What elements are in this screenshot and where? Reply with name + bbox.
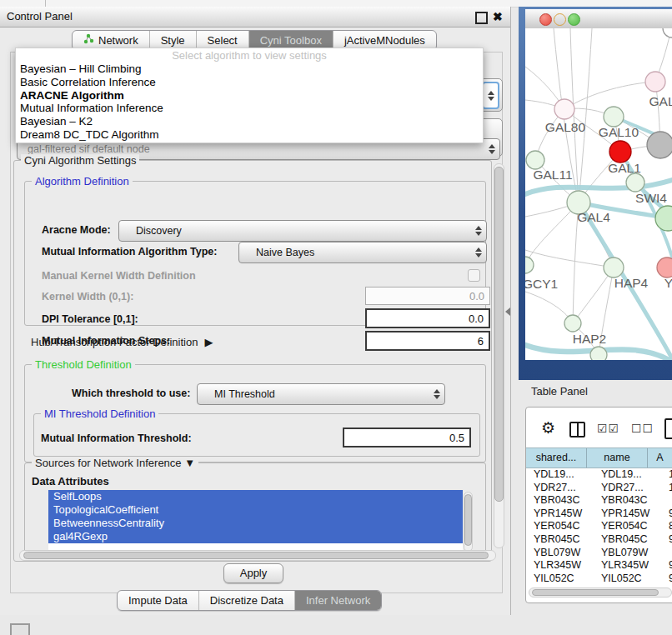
table-cell: YPR145W — [526, 508, 594, 521]
network-node-gal80[interactable] — [554, 99, 574, 119]
settings-vscrollbar[interactable] — [494, 163, 504, 548]
table-cell: YPR145W — [594, 508, 661, 521]
apply-button[interactable]: Apply — [223, 563, 283, 583]
table-cell: 9 — [661, 572, 672, 586]
node-label: GAL10 — [599, 125, 639, 139]
network-node-swi4[interactable] — [626, 173, 644, 192]
data-attributes-list[interactable]: SelfLoopsTopologicalCoefficientBetweenne… — [48, 490, 463, 552]
table-cell: 9. — [661, 559, 672, 572]
node-label: GAL11 — [533, 168, 572, 182]
mi-type-select[interactable]: Naive Bayes — [238, 242, 487, 263]
table-rows[interactable]: YDL19...YDL19...13YDR27...YDR27...12YBR0… — [526, 468, 672, 586]
dropdown-items: Bayesian – Hill ClimbingBasic Correlatio… — [16, 62, 483, 142]
table-cell: YDR27... — [594, 482, 661, 495]
node-label: GCY1 — [525, 277, 558, 291]
network-node[interactable] — [590, 347, 607, 360]
table-row[interactable]: YLR345WYLR345W9. — [526, 559, 672, 572]
aracne-mode-label: Aracne Mode: — [42, 224, 111, 236]
aracne-mode-select[interactable]: Discovery — [118, 220, 487, 242]
column-header-shared-name[interactable]: shared... — [526, 448, 587, 468]
show-columns-icon[interactable] — [569, 422, 585, 438]
zoom-traffic-light[interactable] — [568, 13, 580, 26]
settings-hscrollbar[interactable] — [19, 550, 496, 561]
table-settings-gear-icon[interactable]: ⚙ — [541, 419, 555, 438]
unselect-all-columns-icon[interactable]: ☐☐ — [631, 422, 654, 435]
mi-steps-field[interactable]: 6 — [365, 331, 490, 351]
minimize-traffic-light[interactable] — [554, 13, 566, 26]
settings-group-title: Cyni Algorithm Settings — [21, 154, 139, 167]
close-icon[interactable]: ✖ — [493, 9, 503, 24]
mi-type-label: Mutual Information Algorithm Type: — [42, 246, 217, 258]
dpi-tolerance-field[interactable]: 0.0 — [365, 308, 490, 328]
attribute-list-item[interactable]: SelfLoops — [48, 490, 463, 503]
table-header-row: shared... name A — [526, 448, 672, 468]
select-all-columns-icon[interactable]: ☑☑ — [597, 422, 619, 435]
table-cell: YDL19... — [526, 468, 594, 482]
export-table-icon[interactable] — [664, 418, 672, 439]
close-traffic-light[interactable] — [539, 13, 552, 26]
attributes-list-scrollbar[interactable] — [464, 492, 473, 552]
table-row[interactable]: YDR27...YDR27...12 — [526, 482, 672, 495]
network-node[interactable] — [647, 132, 672, 158]
which-threshold-select[interactable]: MI Threshold — [197, 383, 445, 405]
algorithm-combo-stepper[interactable] — [482, 82, 499, 109]
kernel-width-field: 0.0 — [365, 287, 490, 305]
table-row[interactable]: YBL079WYBL079W — [526, 547, 672, 560]
node-label: GAL1 — [608, 161, 641, 175]
tab-impute-data[interactable]: Impute Data — [118, 591, 199, 610]
table-row[interactable]: YBR043CYBR043C — [526, 494, 672, 508]
attribute-list-item[interactable]: BetweennessCentrality — [48, 517, 463, 530]
expanded-arrow-icon[interactable]: ▼ — [184, 457, 195, 469]
table-row[interactable]: YIL052CYIL052C9 — [526, 572, 672, 586]
table-cell: YBR045C — [594, 533, 661, 547]
network-window-titlebar[interactable] — [525, 9, 672, 29]
node-label: SWI4 — [635, 191, 667, 205]
minimized-panel-icon[interactable] — [10, 623, 30, 635]
hub-definition-expander[interactable]: Hub/Transcription Factor Definition▶ — [31, 336, 213, 348]
float-panel-icon[interactable] — [475, 12, 488, 24]
table-row[interactable]: YPR145WYPR145W9. — [526, 508, 672, 521]
network-node-hap4[interactable] — [604, 258, 624, 278]
manual-kernel-checkbox[interactable] — [468, 269, 480, 282]
network-node-hap2[interactable] — [564, 315, 581, 332]
tab-discretize-data[interactable]: Discretize Data — [199, 591, 295, 610]
network-canvas[interactable]: GALGAL80GAL10GAL1GAL11SWI4GAL4GCY1HAP4YH… — [525, 28, 672, 360]
collapsed-arrow-icon: ▶ — [204, 336, 213, 348]
table-cell: YLR345W — [594, 559, 661, 572]
control-panel-titlebar: Control Panel ✖ — [0, 7, 510, 28]
split-divider-grip[interactable] — [505, 308, 510, 316]
algorithm-option[interactable]: Bayesian – Hill Climbing — [16, 62, 483, 76]
kernel-width-label: Kernel Width (0,1): — [42, 291, 133, 302]
network-node-gcy1[interactable] — [525, 257, 534, 273]
stepper-icon — [471, 248, 486, 258]
hub-definition-label: Hub/Transcription Factor Definition — [31, 336, 198, 348]
network-node-gal11[interactable] — [526, 151, 544, 169]
table-cell: 8. — [661, 520, 672, 533]
tab-infer-network[interactable]: Infer Network — [295, 591, 381, 610]
algorithm-option[interactable]: ARACNE Algorithm — [16, 89, 483, 102]
aracne-mode-value: Discovery — [119, 225, 471, 237]
network-node[interactable] — [655, 206, 672, 231]
table-hscrollbar[interactable] — [529, 588, 672, 598]
column-header-name[interactable]: name — [587, 448, 648, 468]
attribute-list-item[interactable]: gal4RGexp — [48, 530, 463, 543]
algorithm-definition-title: Algorithm Definition — [32, 175, 133, 188]
table-cell: YBL079W — [594, 547, 661, 560]
table-row[interactable]: YER054CYER054C8. — [526, 520, 672, 533]
algorithm-option[interactable]: Mutual Information Inference — [16, 102, 483, 115]
table-row[interactable]: YBR045CYBR045C9. — [526, 533, 672, 547]
stepper-icon — [471, 226, 486, 236]
table-row[interactable]: YDL19...YDL19...13 — [526, 468, 672, 482]
mi-threshold-field[interactable]: 0.5 — [343, 428, 471, 448]
network-node-gal1[interactable] — [609, 141, 631, 162]
mi-threshold-label: Mutual Information Threshold: — [41, 432, 192, 444]
algorithm-option[interactable]: Dream8 DC_TDC Algorithm — [16, 128, 483, 142]
network-node-gal[interactable] — [645, 72, 665, 92]
network-node-y[interactable] — [657, 258, 672, 278]
attribute-list-item[interactable]: TopologicalCoefficient — [48, 503, 463, 517]
column-header-partial[interactable]: A — [648, 448, 672, 468]
network-node[interactable] — [663, 28, 672, 38]
network-node-gal10[interactable] — [604, 107, 624, 127]
algorithm-option[interactable]: Basic Correlation Inference — [16, 76, 483, 89]
algorithm-option[interactable]: Bayesian – K2 — [16, 115, 483, 128]
